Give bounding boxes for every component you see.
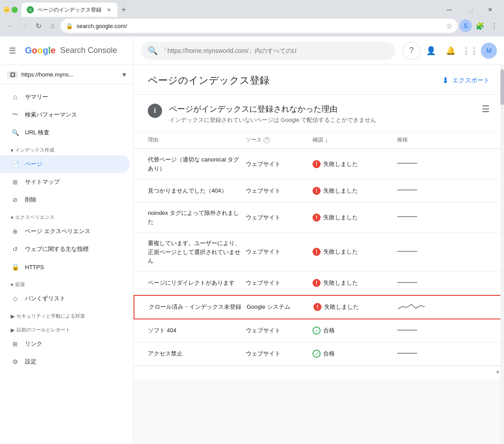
col-source-label: ソース bbox=[246, 136, 262, 144]
sidebar-item-search-performance[interactable]: 〜 検索パフォーマンス bbox=[0, 106, 130, 124]
status-label: 合格 bbox=[323, 327, 335, 335]
sidebar-label-links: リンク bbox=[25, 340, 42, 348]
cell-reason: 見つかりませんでした（404） bbox=[148, 186, 246, 195]
status-error-icon: ! bbox=[313, 248, 321, 256]
section-header-tools: ▶ 以前のツールとレポート bbox=[0, 321, 133, 335]
trend-line bbox=[397, 247, 419, 256]
forward-button[interactable]: → bbox=[18, 20, 30, 32]
back-button[interactable]: ← bbox=[4, 20, 16, 32]
sidebar-label-page-experience: ページ エクスペリエンス bbox=[25, 227, 90, 235]
window-minimize[interactable]: — bbox=[4, 7, 10, 13]
data-table: 理由 ソース ? 確認 ↓ 推移 ページ bbox=[134, 132, 504, 366]
col-source: ソース ? bbox=[246, 136, 313, 144]
browser-tab[interactable]: G ページのインデックス登録 ✕ bbox=[21, 3, 118, 17]
cell-trend bbox=[397, 212, 482, 222]
sidebar-label-settings: 設定 bbox=[25, 358, 37, 366]
cell-status: ✓ 合格 bbox=[313, 350, 397, 358]
trend-line bbox=[397, 349, 419, 358]
cell-reason: ソフト 404 bbox=[148, 326, 246, 335]
product-name: Search Console bbox=[60, 46, 117, 55]
table-row[interactable]: ページにリダイレクトがあります ウェブサイト ! 失敗しました 26 bbox=[134, 272, 504, 295]
status-error-icon: ! bbox=[313, 279, 321, 287]
page-exp-icon: ⊕ bbox=[11, 227, 20, 236]
cell-source: ウェブサイト bbox=[246, 350, 313, 358]
scroll-down-indicator: ▼ bbox=[495, 369, 500, 375]
address-bar[interactable]: 🔒 search.google.com/ ☆ bbox=[61, 19, 458, 33]
help-button[interactable]: ? bbox=[402, 42, 420, 60]
experience-expand-icon: ▾ bbox=[11, 214, 13, 221]
notifications-button[interactable]: 🔔 bbox=[442, 42, 459, 60]
tools-expand-icon: ▶ bbox=[11, 327, 15, 333]
sidebar-item-delete[interactable]: ⊘ 削除 bbox=[0, 191, 130, 209]
export-icon: ⬇ bbox=[442, 76, 449, 85]
table-row[interactable]: noindex タグによって除外されました ウェブサイト ! 失敗しました 57… bbox=[134, 202, 504, 233]
export-button[interactable]: ⬇ エクスポート bbox=[442, 76, 490, 85]
sidebar-item-settings[interactable]: ⚙ 設定 bbox=[0, 353, 130, 371]
cell-status: ! 失敗しました bbox=[313, 187, 397, 195]
new-tab-button[interactable]: + bbox=[118, 4, 130, 16]
page-header: ページのインデックス登録 ⬇ エクスポート bbox=[134, 65, 504, 95]
avatar[interactable]: M bbox=[481, 43, 497, 59]
sidebar-item-web-vitals[interactable]: ↺ ウェブに関する主な指標 bbox=[0, 240, 130, 258]
account-button[interactable]: 👤 bbox=[422, 42, 440, 60]
cell-reason: 代替ページ（適切な canonical タグあり） bbox=[148, 155, 246, 173]
main-content: ページのインデックス登録 ⬇ エクスポート i ページがインデックスに登録されな… bbox=[134, 65, 504, 444]
sidebar-label-search-performance: 検索パフォーマンス bbox=[25, 111, 77, 119]
filter-button[interactable]: ☰ bbox=[482, 104, 490, 114]
bookmark-icon[interactable]: ☆ bbox=[446, 22, 452, 30]
col-confirm[interactable]: 確認 ↓ bbox=[313, 136, 397, 144]
sidebar-label-breadcrumbs: パンくずリスト bbox=[25, 295, 65, 303]
google-logo: Google bbox=[25, 45, 56, 56]
sidebar-item-page-experience[interactable]: ⊕ ページ エクスペリエンス bbox=[0, 222, 130, 240]
window-maximize[interactable] bbox=[12, 7, 18, 13]
sidebar-item-sitemap[interactable]: ⊞ サイトマップ bbox=[0, 173, 130, 191]
sidebar-label-pages: ページ bbox=[25, 160, 42, 168]
extensions-icon[interactable]: 🧩 bbox=[474, 20, 486, 32]
info-panel: i ページがインデックスに登録されなかった理由 インデックスに登録されていないペ… bbox=[134, 95, 504, 132]
trend-line bbox=[397, 212, 419, 221]
sidebar: ☰ Google Search Console 🔲 https://home.m… bbox=[0, 36, 134, 444]
sidebar-item-https[interactable]: 🔒 HTTPS bbox=[0, 258, 130, 276]
tab-close-icon[interactable]: ✕ bbox=[105, 6, 112, 13]
table-row[interactable]: 代替ページ（適切な canonical タグあり） ウェブサイト ! 失敗しまし… bbox=[134, 149, 504, 179]
table-row[interactable]: アクセス禁止 ウェブサイト ✓ 合格 0 bbox=[134, 343, 504, 366]
search-input[interactable] bbox=[161, 47, 388, 54]
sidebar-item-url-inspection[interactable]: 🔍 URL 検査 bbox=[0, 124, 130, 141]
apps-button[interactable]: ⋮⋮ bbox=[461, 42, 479, 60]
table-row[interactable]: 見つかりませんでした（404） ウェブサイト ! 失敗しました 905 bbox=[134, 179, 504, 202]
table-row[interactable]: ソフト 404 ウェブサイト ✓ 合格 1 bbox=[134, 319, 504, 343]
search-box[interactable]: 🔍 bbox=[141, 42, 395, 60]
security-icon: 🔒 bbox=[66, 23, 73, 29]
extensions-expand-icon: ▾ bbox=[11, 282, 13, 288]
sidebar-item-pages[interactable]: 📄 ページ bbox=[0, 155, 130, 173]
cell-trend bbox=[397, 159, 482, 169]
cell-source: ウェブサイト bbox=[246, 214, 313, 222]
restore-button[interactable]: ⬜ bbox=[459, 3, 480, 16]
table-row[interactable]: クロール済み・インデックス未登録 Google システム ! 失敗しました 1,… bbox=[134, 295, 504, 319]
security-expand-icon: ▶ bbox=[11, 313, 15, 319]
close-button[interactable]: ✕ bbox=[480, 3, 500, 16]
sidebar-item-breadcrumbs[interactable]: ◇ パンくずリスト bbox=[0, 290, 130, 307]
hamburger-button[interactable]: ☰ bbox=[4, 42, 21, 60]
profile-icon[interactable]: S bbox=[459, 20, 472, 32]
cell-reason: 重複しています。ユーザーにより、正規ページとして選択されていません bbox=[148, 239, 246, 265]
cell-trend bbox=[397, 278, 482, 288]
property-selector[interactable]: 🔲 https://home.myns... ▾ bbox=[0, 65, 133, 85]
scrollbar-thumb[interactable] bbox=[500, 69, 504, 105]
section-label-extensions: 拡張 bbox=[15, 281, 25, 288]
sitemap-icon: ⊞ bbox=[11, 178, 20, 186]
minimize-button[interactable]: — bbox=[439, 3, 459, 16]
tab-title: ページのインデックス登録 bbox=[37, 6, 102, 14]
refresh-button[interactable]: ↻ bbox=[32, 20, 45, 32]
status-label: 失敗しました bbox=[323, 187, 358, 195]
cell-source: ウェブサイト bbox=[246, 327, 313, 335]
table-row[interactable]: 重複しています。ユーザーにより、正規ページとして選択されていません ウェブサイト… bbox=[134, 233, 504, 272]
sidebar-item-summary[interactable]: ⌂ サマリー bbox=[0, 88, 130, 106]
home-button[interactable]: ⌂ bbox=[46, 20, 59, 32]
pages-icon: 📄 bbox=[11, 160, 20, 169]
menu-icon[interactable]: ⋮ bbox=[488, 20, 500, 32]
section-header-extensions: ▾ 拡張 bbox=[0, 276, 133, 290]
sidebar-item-links[interactable]: ⊞ リンク bbox=[0, 335, 130, 353]
tab-favicon: G bbox=[27, 6, 34, 13]
sidebar-label-web-vitals: ウェブに関する主な指標 bbox=[25, 245, 89, 253]
